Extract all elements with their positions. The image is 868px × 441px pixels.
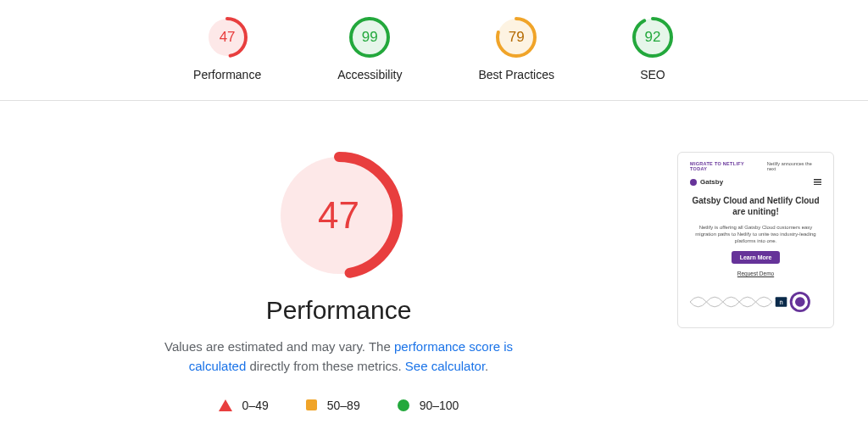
legend-tri-icon — [219, 399, 232, 411]
gauge-seo[interactable]: 92 SEO — [631, 15, 675, 81]
performance-section: 47 Performance Values are estimated and … — [0, 101, 868, 412]
perf-desc-text: Values are estimated and may vary. The — [164, 339, 394, 354]
gauge-performance[interactable]: 47 Performance — [193, 15, 261, 81]
gauge-ring: 99 — [348, 15, 392, 59]
performance-big-gauge: 47 — [275, 152, 403, 279]
gauge-ring: 92 — [631, 15, 675, 59]
preview-body: Netlify is offering all Gatsby Cloud cus… — [690, 224, 821, 244]
lighthouse-gauges-row: 47 Performance 99 Accessibility 79 Best … — [0, 0, 868, 101]
preview-demo-link: Request Demo — [737, 271, 774, 276]
gauge-score: 92 — [631, 15, 675, 59]
gauge-label: SEO — [640, 68, 665, 81]
perf-desc-text: directly from these metrics. — [246, 359, 405, 373]
legend-range: 0–49 — [242, 399, 269, 412]
legend-sq-icon — [306, 399, 317, 410]
legend-item: 0–49 — [219, 399, 269, 412]
gauge-label: Performance — [193, 68, 261, 81]
perf-desc-text: . — [485, 359, 488, 373]
page-preview-card: MIGRATE TO NETLIFY TODAY Netlify announc… — [677, 152, 834, 328]
preview-banner-tag: MIGRATE TO NETLIFY TODAY — [690, 161, 762, 171]
preview-brand-row: Gatsby — [690, 178, 821, 186]
gauge-accessibility[interactable]: 99 Accessibility — [337, 15, 402, 81]
gatsby-logo-icon — [690, 179, 697, 186]
legend-item: 90–100 — [398, 399, 459, 412]
preview-headline: Gatsby Cloud and Netlify Cloud are uniti… — [690, 196, 821, 217]
preview-art: n — [690, 288, 821, 315]
preview-banner: MIGRATE TO NETLIFY TODAY Netlify announc… — [690, 161, 821, 171]
performance-big-score: 47 — [275, 152, 403, 279]
hamburger-icon — [814, 179, 821, 185]
performance-description: Values are estimated and may vary. The p… — [144, 337, 534, 377]
gauge-best-practices[interactable]: 79 Best Practices — [478, 15, 554, 81]
see-calculator-link[interactable]: See calculator — [405, 359, 485, 373]
gauge-score: 47 — [205, 15, 249, 59]
svg-point-13 — [795, 297, 805, 307]
gauge-ring: 79 — [494, 15, 538, 59]
gauge-ring: 47 — [205, 15, 249, 59]
performance-title: Performance — [266, 296, 412, 325]
gauge-label: Accessibility — [337, 68, 402, 81]
preview-banner-text: Netlify announces the next — [767, 161, 821, 171]
svg-text:n: n — [779, 299, 783, 306]
score-legend: 0–49 50–89 90–100 — [219, 399, 459, 412]
legend-item: 50–89 — [306, 399, 360, 412]
legend-range: 50–89 — [327, 399, 360, 412]
gauge-score: 99 — [348, 15, 392, 59]
legend-dot-icon — [398, 399, 409, 411]
gauge-label: Best Practices — [478, 68, 554, 81]
preview-cta-button: Learn More — [732, 251, 781, 264]
legend-range: 90–100 — [420, 399, 459, 412]
performance-block: 47 Performance Values are estimated and … — [34, 152, 643, 412]
gauge-score: 79 — [494, 15, 538, 59]
preview-brand-name: Gatsby — [700, 178, 723, 186]
